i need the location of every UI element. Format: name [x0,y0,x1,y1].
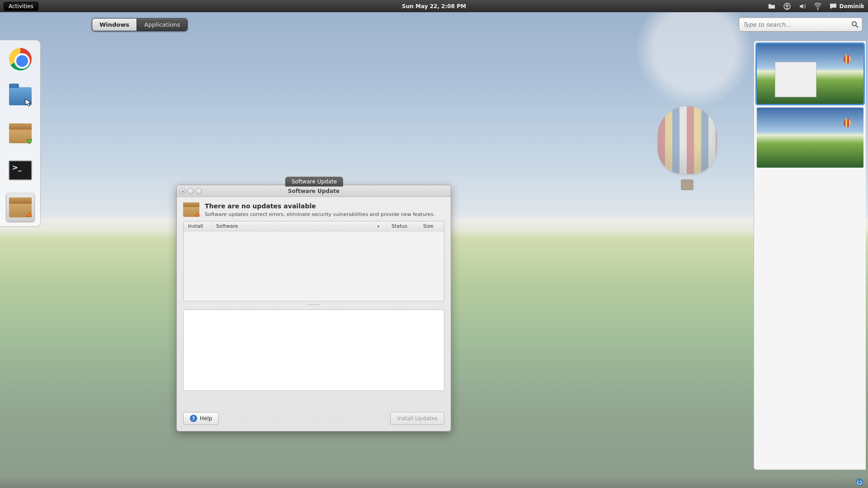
search-icon [851,21,859,28]
package-update-icon [9,197,32,217]
tab-applications[interactable]: Applications [137,19,187,31]
package-icon [9,123,32,143]
search-input[interactable] [743,21,851,28]
arrow-up-icon [193,211,202,219]
workspace-1-window-thumb [775,62,816,97]
chat-icon [830,3,837,9]
install-updates-button[interactable]: Install Updates [390,412,444,425]
arrow-up-icon [24,210,34,220]
dash-package-installer[interactable] [6,119,35,148]
update-detail-pane [183,310,444,391]
status-area: Dominik [768,3,864,10]
window-maximize-button[interactable] [196,188,202,194]
message-tray [0,476,868,488]
col-software-label: Software [216,223,238,229]
workspace-1[interactable] [757,44,863,104]
volume-icon[interactable] [799,3,806,10]
update-summary: There are no updates available Software … [183,202,444,217]
svg-point-2 [852,22,856,26]
overview-search[interactable] [739,17,863,32]
svg-point-5 [860,481,862,482]
network-icon[interactable] [814,3,821,10]
help-button-label: Help [200,415,212,422]
accessibility-icon[interactable] [783,3,791,10]
overview-view-switcher: Windows Applications [92,18,188,31]
dash-terminal[interactable]: >_ [6,156,35,185]
col-install[interactable]: Install [184,221,212,231]
terminal-icon: >_ [9,160,32,180]
tray-app-icon[interactable] [855,478,863,486]
help-button[interactable]: ? Help [183,412,219,425]
window-close-button[interactable]: × [179,188,186,194]
tab-windows[interactable]: Windows [92,19,137,31]
updates-table-header: Install Software ▾ Status Size [184,221,444,231]
folder-icon [9,87,32,105]
dash-software-update[interactable] [6,193,35,222]
user-menu[interactable]: Dominik [830,3,864,9]
folder-icon[interactable] [768,3,775,10]
dash-files[interactable] [6,82,35,111]
panel-clock[interactable]: Sun May 22, 2:08 PM [402,3,466,9]
pane-splitter[interactable] [183,303,444,306]
user-name: Dominik [840,3,864,9]
svg-point-4 [858,481,859,482]
chrome-icon [9,48,32,70]
titlebar[interactable]: × Software Update [177,185,451,197]
workspace-switcher [754,41,866,470]
window-title: Software Update [288,188,340,194]
svg-point-1 [786,4,788,5]
arrow-down-icon [24,136,34,146]
dash-chrome[interactable] [6,45,35,74]
sort-indicator-icon: ▾ [377,224,379,229]
update-subheading: Software updates correct errors, elimina… [205,211,435,217]
workspace-2[interactable] [757,108,863,168]
package-update-icon [183,202,199,217]
activities-button[interactable]: Activities [4,2,38,11]
update-heading: There are no updates available [205,202,435,210]
cursor-icon [24,98,33,107]
col-size[interactable]: Size [419,221,444,231]
updates-table: Install Software ▾ Status Size [183,221,444,301]
col-software[interactable]: Software ▾ [212,221,387,231]
software-update-window: × Software Update There are no updates a… [176,185,451,432]
dialog-footer: ? Help Install Updates [177,412,451,431]
top-panel: Activities Sun May 22, 2:08 PM Dominik [0,0,868,12]
window-preview-label: Software Update [285,177,343,187]
dash: >_ [0,40,41,227]
help-icon: ? [190,415,197,422]
col-status[interactable]: Status [387,221,419,231]
window-minimize-button[interactable] [188,188,194,194]
